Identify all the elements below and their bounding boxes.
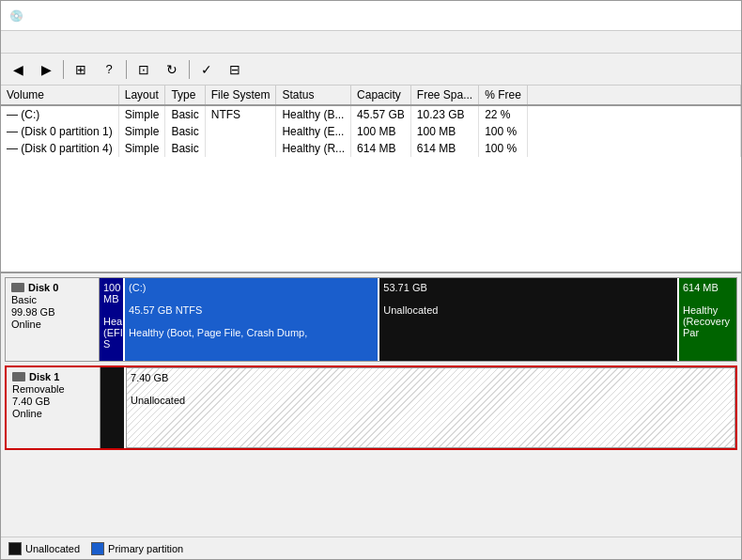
table-cell: 614 MB (410, 140, 478, 157)
table-cell: Basic (165, 140, 205, 157)
extra-button[interactable]: ⊟ (222, 56, 248, 83)
maximize-button[interactable] (645, 1, 688, 31)
partition-name: 53.71 GB (383, 282, 673, 293)
table-cell: Basic (165, 123, 205, 140)
partition[interactable]: 7.40 GBUnallocated (126, 367, 735, 448)
table-cell: Simple (118, 123, 165, 140)
properties-button[interactable]: ⊡ (131, 56, 157, 83)
table-cell: 614 MB (351, 140, 411, 157)
disk-row[interactable]: Disk 1 Removable 7.40 GB Online 7.40 GBU… (5, 366, 737, 450)
table-cell: Simple (118, 105, 165, 123)
table-cell: 100 % (479, 140, 528, 157)
disk-type: Removable (12, 383, 94, 395)
table-row[interactable]: — (C:)SimpleBasicNTFSHealthy (B...45.57 … (1, 105, 741, 123)
disk-row[interactable]: Disk 0 Basic 99.98 GB Online 100 MBHealt… (5, 277, 737, 362)
disk-panels: Disk 0 Basic 99.98 GB Online 100 MBHealt… (1, 273, 741, 537)
title-bar: 💿 (1, 1, 741, 31)
table-cell: 10.23 GB (410, 105, 478, 123)
main-window: 💿 ◀ ▶ ⊞ ? ⊡ ↻ ✓ ⊟ (0, 0, 742, 560)
disk-size: 7.40 GB (12, 396, 94, 407)
refresh-button[interactable]: ↻ (159, 56, 185, 83)
table-cell: — (Disk 0 partition 1) (1, 123, 118, 140)
partition[interactable]: 100 MBHealthy (EFI S☛ (100, 278, 125, 361)
minimize-button[interactable] (600, 1, 643, 31)
forward-button[interactable]: ▶ (33, 56, 59, 83)
table-cell: NTFS (205, 105, 276, 123)
table-cell: Basic (165, 105, 205, 123)
table-cell: 100 MB (351, 123, 411, 140)
table-cell: — (C:) (1, 105, 118, 123)
disk-icon (11, 283, 24, 292)
partition[interactable]: 53.71 GBUnallocated (379, 278, 679, 361)
table-cell (527, 140, 740, 157)
table-cell (527, 105, 740, 123)
col-volume[interactable]: Volume (1, 86, 118, 105)
table-cell: — (Disk 0 partition 4) (1, 140, 118, 157)
disk-label: Disk 1 Removable 7.40 GB Online (7, 367, 100, 448)
menu-bar (1, 31, 741, 54)
legend-primary-label: Primary partition (108, 543, 183, 554)
col-percent[interactable]: % Free (479, 86, 528, 105)
menu-action[interactable] (20, 32, 35, 53)
partition-name: 7.40 GB (131, 372, 731, 383)
col-filesystem[interactable]: File System (205, 86, 276, 105)
help-button[interactable]: ? (96, 56, 122, 83)
disk-size: 99.98 GB (11, 306, 93, 318)
partition-name: 100 MB (103, 282, 119, 304)
table-cell: Simple (118, 140, 165, 157)
toolbar-sep-2 (126, 60, 127, 79)
legend-unallocated-label: Unallocated (25, 543, 80, 554)
disk-icon (12, 372, 25, 381)
partition-detail: Healthy (Recovery Par (683, 304, 733, 338)
disk-status: Online (11, 319, 93, 330)
table-cell (205, 140, 276, 157)
disk-name: Disk 1 (12, 371, 94, 382)
partition-detail: Unallocated (383, 304, 673, 316)
table-cell: 45.57 GB (351, 105, 411, 123)
table-row[interactable]: — (Disk 0 partition 1)SimpleBasicHealthy… (1, 123, 741, 140)
table-cell: 100 MB (410, 123, 478, 140)
table-cell: Healthy (B... (276, 105, 351, 123)
col-type[interactable]: Type (165, 86, 205, 105)
col-extra (527, 86, 740, 105)
table-row[interactable]: — (Disk 0 partition 4)SimpleBasicHealthy… (1, 140, 741, 157)
toolbar: ◀ ▶ ⊞ ? ⊡ ↻ ✓ ⊟ (1, 54, 741, 86)
legend-primary: Primary partition (91, 542, 183, 555)
table-cell: Healthy (R... (276, 140, 351, 157)
table-cell (527, 123, 740, 140)
swatch-primary (91, 542, 104, 555)
table-cell: 22 % (479, 105, 528, 123)
view-button[interactable]: ⊞ (68, 56, 94, 83)
main-content: Volume Layout Type File System Status Ca… (1, 86, 741, 559)
toolbar-sep-3 (189, 60, 190, 79)
menu-file[interactable] (5, 32, 20, 53)
disk-label: Disk 0 Basic 99.98 GB Online (6, 278, 100, 361)
disk-partitions: 100 MBHealthy (EFI S☛(C:)45.57 GB NTFSHe… (100, 278, 736, 361)
volume-table-container[interactable]: Volume Layout Type File System Status Ca… (1, 86, 741, 273)
volume-table: Volume Layout Type File System Status Ca… (1, 86, 741, 157)
partition[interactable]: 614 MBHealthy (Recovery Par (679, 278, 736, 361)
partition[interactable] (100, 367, 126, 448)
legend: Unallocated Primary partition (1, 537, 741, 559)
col-layout[interactable]: Layout (118, 86, 165, 105)
disk-partitions: 7.40 GBUnallocated (100, 367, 735, 448)
close-button[interactable] (690, 1, 734, 31)
disk-type: Basic (11, 294, 93, 305)
col-capacity[interactable]: Capacity (351, 86, 411, 105)
col-status[interactable]: Status (276, 86, 351, 105)
check-button[interactable]: ✓ (193, 56, 220, 83)
partition-detail: 45.57 GB NTFS (129, 304, 374, 316)
disk-status: Online (12, 408, 94, 419)
col-free[interactable]: Free Spa... (410, 86, 478, 105)
partition-detail: Healthy (Boot, Page File, Crash Dump, (129, 327, 374, 338)
legend-unallocated: Unallocated (8, 542, 80, 555)
partition-name: (C:) (129, 282, 374, 293)
menu-view[interactable] (35, 32, 50, 53)
back-button[interactable]: ◀ (5, 56, 31, 83)
menu-help[interactable] (50, 32, 65, 53)
partition-detail: Unallocated (131, 395, 731, 406)
partition-name: 614 MB (683, 282, 733, 293)
swatch-unallocated (8, 542, 22, 555)
table-cell (205, 123, 276, 140)
partition[interactable]: (C:)45.57 GB NTFSHealthy (Boot, Page Fil… (125, 278, 379, 361)
